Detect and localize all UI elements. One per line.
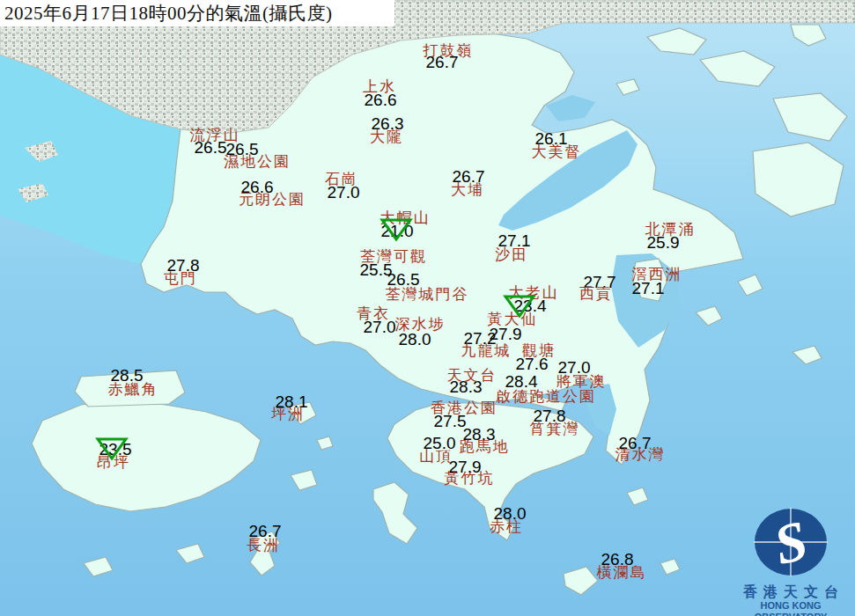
hong-kong-temperature-map <box>0 0 855 616</box>
map-title: 2025年6月17日18時00分的氣溫(攝氏度) <box>0 0 394 26</box>
hko-name-chinese: 香港天文台 <box>735 584 852 600</box>
hko-name-english: HONG KONG OBSERVATORY <box>729 600 852 616</box>
hko-logo: S 香港天文台 HONG KONG OBSERVATORY <box>729 498 852 616</box>
hko-emblem-icon: S <box>729 498 852 581</box>
airport-island <box>75 370 185 407</box>
